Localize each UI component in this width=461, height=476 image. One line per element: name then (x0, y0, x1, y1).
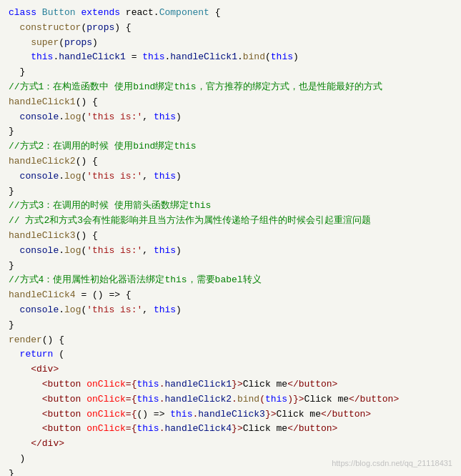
code-line: handleClick1() { (0, 95, 461, 110)
code-line: <button onClick={this.handleClick2.bind(… (0, 392, 461, 407)
code-line: constructor(props) { (0, 21, 461, 36)
code-line: this.handleClick1 = this.handleClick1.bi… (0, 50, 461, 65)
code-line: } (0, 318, 461, 333)
code-line: console.log('this is:', this) (0, 169, 461, 184)
code-line: handleClick4 = () => { (0, 288, 461, 303)
code-line: } (0, 184, 461, 199)
code-line: console.log('this is:', this) (0, 244, 461, 259)
code-line: //方式3：在调用的时候 使用箭头函数绑定this (0, 199, 461, 214)
code-line: console.log('this is:', this) (0, 303, 461, 318)
code-line: class Button extends react.Component { (0, 6, 461, 21)
code-line: console.log('this is:', this) (0, 110, 461, 125)
code-line: super(props) (0, 36, 461, 51)
code-line: handleClick2() { (0, 154, 461, 169)
code-line: <button onClick={this.handleClick1}>Clic… (0, 377, 461, 392)
code-line: </div> (0, 437, 461, 452)
code-line: } (0, 259, 461, 274)
code-line: } (0, 65, 461, 80)
code-line: } (0, 124, 461, 139)
code-line: return ( (0, 347, 461, 362)
code-editor: class Button extends react.Component { c… (0, 0, 461, 476)
code-line: //方式2：在调用的时候 使用bind绑定this (0, 139, 461, 154)
code-line: render() { (0, 333, 461, 348)
code-line: <div> (0, 362, 461, 377)
code-line: <button onClick={() => this.handleClick3… (0, 407, 461, 422)
code-line: //方式1：在构造函数中 使用bind绑定this，官方推荐的绑定方式，也是性能… (0, 80, 461, 95)
code-line: handleClick3() { (0, 229, 461, 244)
watermark: https://blog.csdn.net/qq_21118431 (332, 457, 452, 470)
code-line: //方式4：使用属性初始化器语法绑定this，需要babel转义 (0, 273, 461, 288)
code-line: <button onClick={this.handleClick4}>Clic… (0, 422, 461, 437)
code-line: // 方式2和方式3会有性能影响并且当方法作为属性传递给子组件的时候会引起重渲问… (0, 214, 461, 229)
